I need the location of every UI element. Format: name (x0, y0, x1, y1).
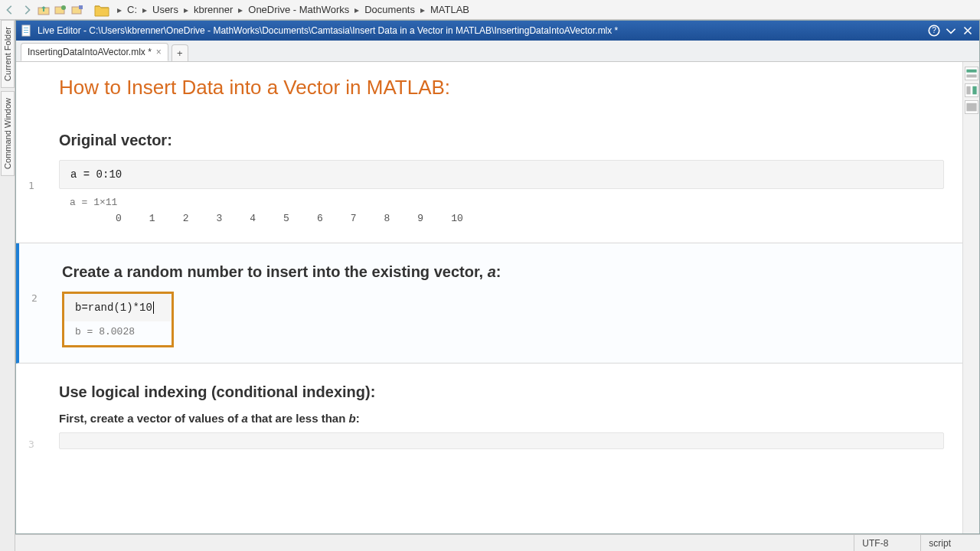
side-tabs: Current Folder Command Window (0, 20, 15, 551)
output-right-button[interactable] (965, 83, 978, 97)
chevron-right-icon: ▸ (115, 5, 124, 15)
window-close-button[interactable] (961, 24, 975, 37)
svg-text:?: ? (932, 26, 936, 34)
crumb-item[interactable]: kbrenner (192, 4, 234, 15)
toolstrip-icon-2[interactable] (70, 3, 84, 17)
output-val: 4 (250, 213, 256, 224)
output-val: 8 (384, 213, 390, 224)
svg-rect-8 (24, 32, 28, 33)
document-tab-label: InsertingDataIntoAVector.mlx * (28, 47, 152, 57)
output-val: 10 (451, 213, 463, 224)
output-val: 1 (149, 213, 155, 224)
svg-rect-13 (966, 86, 970, 95)
window-titlebar[interactable]: Live Editor - C:\Users\kbrenner\OneDrive… (16, 21, 979, 41)
output-val: 9 (417, 213, 423, 224)
svg-rect-6 (24, 28, 28, 28)
current-folder-icon[interactable] (93, 2, 110, 18)
heading-original-vector: Original vector: (59, 132, 944, 149)
svg-rect-14 (972, 86, 976, 95)
crumb-item[interactable]: Users (151, 4, 180, 15)
code-output: a = 1×11 0 1 2 3 4 5 6 7 8 9 10 (59, 189, 944, 227)
nav-back-button[interactable] (3, 3, 17, 17)
chevron-right-icon: ▸ (418, 5, 427, 15)
editor-body: How to Insert Data into a Vector in MATL… (16, 62, 979, 533)
line-number: 1 (28, 180, 34, 191)
address-bar: ▸ C: ▸ Users ▸ kbrenner ▸ OneDrive - Mat… (0, 0, 980, 20)
output-val: 3 (216, 213, 222, 224)
document-tab[interactable]: InsertingDataIntoAVector.mlx * × (21, 43, 168, 61)
side-tab-current-folder[interactable]: Current Folder (1, 20, 15, 88)
toolstrip-icon-1[interactable] (54, 3, 67, 17)
status-bar: UTF-8 script (15, 534, 980, 551)
up-folder-icon[interactable] (37, 3, 51, 17)
code-cell[interactable]: b=rand(1)*10 (64, 294, 172, 321)
chevron-right-icon: ▸ (181, 5, 191, 15)
crumb-item[interactable]: Documents (363, 4, 416, 15)
window-menu-button[interactable] (944, 24, 958, 37)
svg-rect-15 (966, 103, 976, 112)
chevron-right-icon: ▸ (236, 5, 245, 15)
crumb-item[interactable]: OneDrive - MathWorks (247, 4, 351, 15)
section-description: First, create a vector of values of a th… (59, 412, 944, 425)
output-val: 2 (183, 213, 189, 224)
document-icon (21, 24, 33, 37)
output-header: a = 1×11 (70, 197, 933, 208)
window-title: Live Editor - C:\Users\kbrenner\OneDrive… (38, 25, 618, 36)
page-title: How to Insert Data into a Vector in MATL… (59, 76, 944, 99)
line-number: 2 (31, 292, 38, 304)
window-help-button[interactable]: ? (927, 24, 941, 37)
line-number: 3 (28, 439, 34, 450)
section-random-number[interactable]: Create a random number to insert into th… (16, 243, 962, 364)
status-encoding[interactable]: UTF-8 (854, 535, 911, 551)
close-tab-icon[interactable]: × (156, 47, 162, 57)
output-val: 7 (351, 213, 357, 224)
code-output: b = 8.0028 (64, 321, 172, 345)
output-val: 6 (317, 213, 323, 224)
section-logical-indexing[interactable]: Use logical indexing (conditional indexi… (16, 364, 962, 465)
output-mode-strip (962, 62, 979, 533)
svg-rect-4 (79, 5, 83, 9)
heading-logical-indexing: Use logical indexing (conditional indexi… (59, 383, 944, 401)
output-val: 0 (116, 213, 122, 224)
svg-rect-7 (24, 30, 28, 31)
breadcrumb: ▸ C: ▸ Users ▸ kbrenner ▸ OneDrive - Mat… (115, 4, 471, 15)
status-mode[interactable]: script (920, 535, 974, 551)
crumb-item[interactable]: C: (126, 4, 139, 15)
code-cell[interactable] (59, 432, 944, 449)
chevron-right-icon: ▸ (352, 5, 361, 15)
nav-forward-button[interactable] (20, 3, 34, 17)
editor-content[interactable]: How to Insert Data into a Vector in MATL… (16, 62, 962, 533)
svg-rect-11 (966, 70, 976, 73)
heading-random-number: Create a random number to insert into th… (62, 263, 944, 281)
svg-rect-12 (966, 74, 976, 77)
text-cursor (153, 302, 154, 314)
section-original-vector[interactable]: How to Insert Data into a Vector in MATL… (16, 62, 962, 243)
live-editor-window: Live Editor - C:\Users\kbrenner\OneDrive… (15, 20, 980, 534)
chevron-right-icon: ▸ (140, 5, 149, 15)
highlighted-region: b=rand(1)*10 b = 8.0028 (62, 292, 174, 347)
side-tab-command-window[interactable]: Command Window (1, 91, 15, 176)
crumb-item[interactable]: MATLAB (429, 4, 471, 15)
svg-point-2 (61, 5, 66, 10)
output-inline-button[interactable] (965, 67, 978, 80)
document-tabstrip: InsertingDataIntoAVector.mlx * × + (16, 41, 979, 62)
output-values: 0 1 2 3 4 5 6 7 8 9 10 (70, 208, 933, 224)
output-val: 5 (283, 213, 289, 224)
output-hide-button[interactable] (965, 100, 978, 114)
code-cell[interactable]: a = 0:10 (59, 160, 944, 189)
new-tab-button[interactable]: + (172, 44, 188, 61)
